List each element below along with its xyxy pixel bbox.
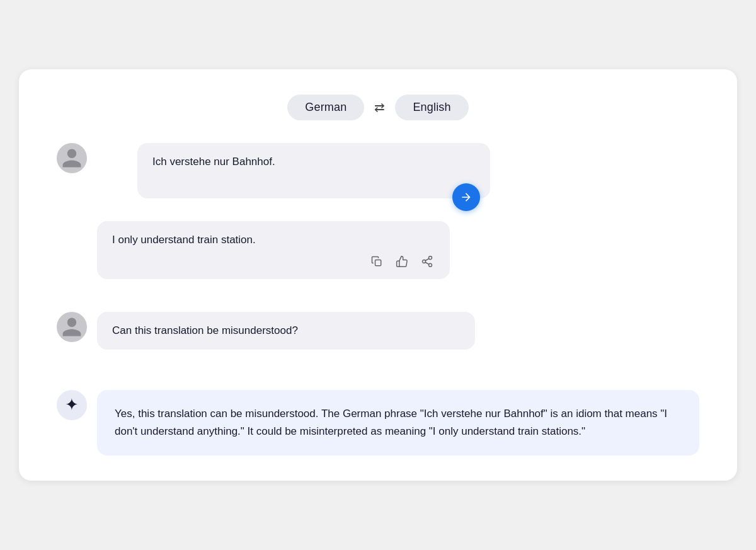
- target-language-button[interactable]: English: [395, 95, 468, 120]
- svg-line-5: [425, 258, 429, 260]
- translated-text: I only understand train station.: [112, 234, 256, 246]
- chat-area: Ich verstehe nur Bahnhof. I only underst…: [57, 143, 699, 455]
- copy-icon[interactable]: [369, 254, 384, 269]
- svg-point-3: [429, 263, 432, 266]
- user-question-text: Can this translation be misunderstood?: [112, 324, 298, 336]
- share-icon[interactable]: [420, 254, 435, 269]
- ai-response-bubble: Yes, this translation can be misundersto…: [97, 390, 699, 455]
- user-avatar-2: [57, 312, 87, 342]
- swap-languages-icon[interactable]: ⇄: [374, 100, 385, 115]
- ai-response-row: ✦ Yes, this translation can be misunders…: [57, 390, 699, 455]
- user-avatar: [57, 143, 87, 173]
- translation-bubble: I only understand train station.: [97, 221, 450, 279]
- feedback-icon[interactable]: [394, 254, 410, 269]
- user-icon: [60, 147, 83, 169]
- language-bar: German ⇄ English: [57, 95, 699, 120]
- svg-point-1: [429, 256, 432, 260]
- svg-rect-0: [375, 260, 381, 265]
- svg-line-4: [425, 262, 429, 264]
- arrow-right-icon: [460, 191, 472, 203]
- sparkle-icon: ✦: [65, 395, 79, 415]
- user-question-bubble: Can this translation be misunderstood?: [97, 312, 475, 350]
- ai-response-text: Yes, this translation can be misundersto…: [115, 408, 667, 437]
- translation-actions: [112, 254, 435, 269]
- source-text: Ich verstehe nur Bahnhof.: [152, 156, 275, 168]
- svg-point-2: [423, 260, 426, 263]
- source-language-button[interactable]: German: [287, 95, 364, 120]
- app-container: German ⇄ English Ich verstehe nur Bahnho…: [19, 69, 737, 481]
- source-text-bubble: Ich verstehe nur Bahnhof.: [137, 143, 490, 198]
- ai-avatar: ✦: [57, 390, 87, 420]
- translate-button[interactable]: [452, 183, 480, 211]
- input-row: Ich verstehe nur Bahnhof.: [57, 143, 699, 198]
- question-row: Can this translation be misunderstood?: [57, 312, 699, 350]
- user-icon-2: [60, 316, 83, 338]
